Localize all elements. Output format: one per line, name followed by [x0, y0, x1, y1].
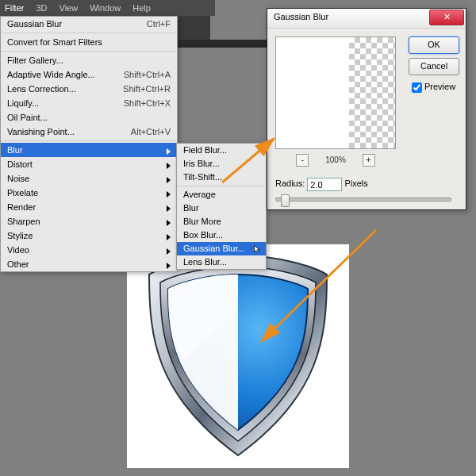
- gaussian-blur-dialog: Gaussian Blur ✕ - 100% + Radius: Pixels …: [267, 8, 466, 210]
- radius-label: Radius:: [275, 178, 305, 188]
- radius-input[interactable]: [307, 178, 342, 191]
- submenu-iris-blur[interactable]: Iris Blur...: [177, 157, 266, 171]
- filter-menu: Gaussian BlurCtrl+F Convert for Smart Fi…: [0, 16, 178, 272]
- preview-area[interactable]: [275, 36, 396, 149]
- menu-item-pixelate[interactable]: Pixelate: [1, 186, 177, 200]
- menu-item-smart-filters[interactable]: Convert for Smart Filters: [1, 35, 177, 49]
- menu-item-other[interactable]: Other: [1, 257, 177, 271]
- menu-item-vanishing-point[interactable]: Vanishing Point...Alt+Ctrl+V: [1, 125, 177, 139]
- result-image: [127, 244, 349, 468]
- close-button[interactable]: ✕: [429, 10, 464, 25]
- preview-checkbox[interactable]: [412, 83, 422, 93]
- menu-help[interactable]: Help: [132, 3, 151, 13]
- menu-item-render[interactable]: Render: [1, 200, 177, 214]
- dialog-title: Gaussian Blur: [274, 12, 328, 21]
- menu-item-filter-gallery[interactable]: Filter Gallery...: [1, 53, 177, 67]
- menu-item-distort[interactable]: Distort: [1, 157, 177, 171]
- cancel-button[interactable]: Cancel: [409, 58, 459, 75]
- menu-item-video[interactable]: Video: [1, 243, 177, 257]
- preview-label: Preview: [424, 82, 455, 91]
- slider-thumb[interactable]: [281, 194, 290, 207]
- submenu-box-blur[interactable]: Box Blur...: [177, 228, 266, 242]
- submenu-gaussian-blur[interactable]: Gaussian Blur...: [177, 242, 266, 255]
- zoom-controls: - 100% +: [275, 154, 396, 167]
- menu-window[interactable]: Window: [90, 3, 121, 13]
- menubar: Filter 3D View Window Help: [0, 0, 215, 16]
- submenu-lens-blur[interactable]: Lens Blur...: [177, 255, 266, 269]
- dialog-titlebar[interactable]: Gaussian Blur ✕: [267, 9, 466, 29]
- submenu-blur[interactable]: Blur: [177, 202, 266, 215]
- zoom-in-button[interactable]: +: [363, 154, 375, 167]
- transparency-checker: [349, 37, 395, 148]
- cursor-icon: [253, 244, 263, 254]
- zoom-level: 100%: [325, 155, 346, 164]
- menu-item-stylize[interactable]: Stylize: [1, 228, 177, 243]
- menu-item-adaptive-wide-angle[interactable]: Adaptive Wide Angle...Shift+Ctrl+A: [1, 67, 177, 82]
- submenu-blur-more[interactable]: Blur More: [177, 215, 266, 228]
- blur-submenu: Field Blur... Iris Blur... Tilt-Shift...…: [176, 143, 267, 270]
- menu-3d[interactable]: 3D: [36, 3, 47, 13]
- menu-item-sharpen[interactable]: Sharpen: [1, 214, 177, 228]
- menu-filter[interactable]: Filter: [5, 3, 24, 13]
- menu-item-oil-paint[interactable]: Oil Paint...: [1, 110, 177, 125]
- shield-icon: [143, 251, 333, 461]
- menu-item-blur[interactable]: Blur: [1, 143, 177, 157]
- submenu-field-blur[interactable]: Field Blur...: [177, 144, 266, 157]
- menu-item-liquify[interactable]: Liquify...Shift+Ctrl+X: [1, 96, 177, 110]
- menu-item-noise[interactable]: Noise: [1, 171, 177, 186]
- radius-slider[interactable]: [275, 198, 451, 202]
- submenu-tilt-shift[interactable]: Tilt-Shift...: [177, 171, 266, 184]
- menu-view[interactable]: View: [60, 3, 79, 13]
- zoom-out-button[interactable]: -: [296, 154, 309, 167]
- menu-item-last-filter[interactable]: Gaussian BlurCtrl+F: [1, 17, 177, 31]
- ok-button[interactable]: OK: [409, 36, 459, 54]
- radius-unit: Pixels: [344, 178, 367, 188]
- submenu-average[interactable]: Average: [177, 188, 266, 202]
- menu-item-lens-correction[interactable]: Lens Correction...Shift+Ctrl+R: [1, 82, 177, 96]
